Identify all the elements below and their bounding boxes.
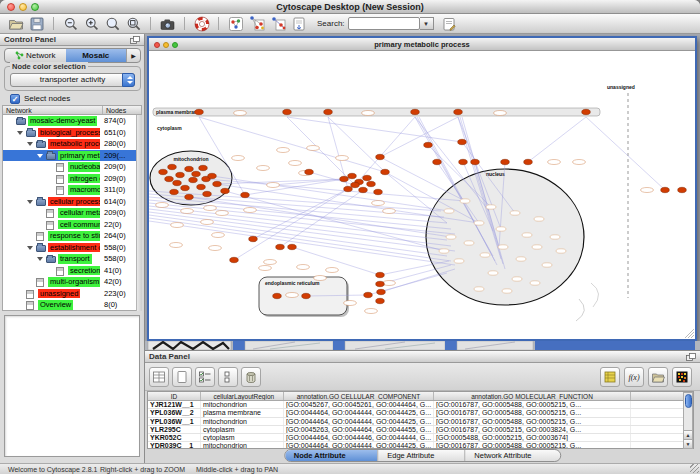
column-header[interactable]: ID <box>148 392 201 400</box>
network-node[interactable] <box>364 292 373 297</box>
search-input[interactable] <box>348 17 420 30</box>
network-node[interactable] <box>374 189 383 194</box>
tab-overflow-button[interactable]: ▶ <box>126 49 140 62</box>
network-node[interactable] <box>381 169 390 174</box>
network-node[interactable] <box>288 244 297 249</box>
network-node[interactable] <box>189 177 198 182</box>
delete-attribute-button[interactable] <box>241 367 261 387</box>
float-panel-icon[interactable] <box>130 36 140 44</box>
network-node[interactable] <box>165 176 174 181</box>
network-node[interactable] <box>181 185 190 190</box>
network-node[interactable] <box>185 166 194 171</box>
network-node[interactable] <box>344 186 353 191</box>
network-node[interactable] <box>367 181 376 186</box>
network-node[interactable] <box>203 191 212 196</box>
minimize-button[interactable] <box>19 3 27 11</box>
network-node[interactable] <box>159 169 168 174</box>
scrollbar-thumb[interactable] <box>685 394 692 408</box>
tree-row[interactable]: Overview8(0) <box>3 299 141 311</box>
network-node[interactable] <box>351 182 360 187</box>
network-node[interactable] <box>173 180 182 185</box>
canvas-resize-grip[interactable] <box>691 335 694 338</box>
search-dropdown-button[interactable]: ▼ <box>420 17 434 30</box>
network-node[interactable] <box>195 109 204 114</box>
network-node[interactable] <box>678 187 687 192</box>
network-node[interactable] <box>376 154 385 159</box>
expand-arrow-icon[interactable] <box>27 246 33 250</box>
network-node[interactable] <box>208 173 217 178</box>
network-node[interactable] <box>424 142 433 147</box>
network-node[interactable] <box>459 159 468 164</box>
tree-row[interactable]: metabolic process280(0) <box>3 138 141 150</box>
network-node[interactable] <box>302 293 311 298</box>
tree-row[interactable]: multi-organism pro42(0) <box>3 276 141 288</box>
network-node[interactable] <box>661 187 670 192</box>
table-row[interactable]: YKR052Ccytoplasm[GO:0044464, GO:0044446,… <box>148 434 693 442</box>
vizmap-nodes-button[interactable] <box>246 15 267 33</box>
network-node[interactable] <box>376 298 385 303</box>
browser-tab[interactable]: Network Attribute Browser <box>465 450 560 461</box>
network-node[interactable] <box>433 159 442 164</box>
network-node[interactable] <box>377 289 386 294</box>
network-zoom-button[interactable] <box>172 42 178 48</box>
network-canvas[interactable]: plasma membranecytoplasmmitochondrionnuc… <box>149 51 695 339</box>
network-node[interactable] <box>249 236 258 241</box>
tab-mosaic[interactable]: Mosaic <box>66 49 127 62</box>
network-node[interactable] <box>213 181 222 186</box>
tree-row[interactable]: secretion41(0) <box>3 265 141 277</box>
birdseye-view-panel[interactable] <box>4 315 140 457</box>
network-node[interactable] <box>170 189 179 194</box>
network-node[interactable] <box>185 194 194 199</box>
tree-row[interactable]: cell communicat22(0) <box>3 219 141 231</box>
browser-tab[interactable]: Node Attribute Browser <box>285 450 378 461</box>
column-header[interactable]: annotation.GO MOLECULAR_FUNCTION <box>434 392 631 400</box>
tree-col-nodes[interactable]: Nodes <box>103 106 141 114</box>
function-builder-button[interactable]: f(x) <box>624 367 644 387</box>
browser-tab[interactable]: Edge Attribute Browser <box>378 450 465 461</box>
zoom-in-button[interactable] <box>81 15 102 33</box>
open-session-button[interactable] <box>5 15 26 33</box>
attribute-table-button[interactable] <box>149 367 169 387</box>
tree-scrollbar[interactable] <box>136 115 142 311</box>
tree-row[interactable]: response to stimul264(0) <box>3 230 141 242</box>
vizmap-edges-button[interactable] <box>267 15 288 33</box>
network-node[interactable] <box>359 187 368 192</box>
network-node[interactable] <box>524 159 533 164</box>
network-node[interactable] <box>168 164 177 169</box>
expand-arrow-icon[interactable] <box>27 142 33 146</box>
tree-row[interactable]: biological_process651(0) <box>3 127 141 139</box>
zoom-window-button[interactable] <box>31 3 39 11</box>
expand-arrow-icon[interactable] <box>37 154 43 158</box>
tab-network[interactable]: Network <box>5 49 66 62</box>
annotation-editor-button[interactable] <box>439 15 460 33</box>
expand-arrow-icon[interactable] <box>27 200 33 204</box>
new-attribute-button[interactable] <box>172 367 192 387</box>
network-window-titlebar[interactable]: primary metabolic process <box>149 38 695 51</box>
canvas-resize-grip[interactable] <box>688 332 694 338</box>
network-node[interactable] <box>199 165 208 170</box>
network-node[interactable] <box>276 244 285 249</box>
network-node[interactable] <box>192 171 201 176</box>
tree-col-network[interactable]: Network <box>3 106 103 114</box>
column-header[interactable]: _cellularLayoutRegion <box>201 392 284 400</box>
network-close-button[interactable] <box>154 42 160 48</box>
network-node[interactable] <box>176 172 185 177</box>
tree-row[interactable]: nitrogen compo209(0) <box>3 173 141 185</box>
manage-networks-button[interactable] <box>225 15 246 33</box>
table-row[interactable]: YJR121W__1mitochondrion[GO:0045267, GO:0… <box>148 401 693 409</box>
network-node[interactable] <box>458 139 467 144</box>
scroll-up-button[interactable]: ▲ <box>684 430 692 439</box>
column-header[interactable] <box>631 392 685 400</box>
scroll-down-button[interactable]: ▼ <box>684 439 692 448</box>
network-node[interactable] <box>411 109 420 114</box>
attribute-editor-button[interactable] <box>600 367 620 387</box>
network-node[interactable] <box>501 159 510 164</box>
snapshot-button[interactable] <box>157 15 178 33</box>
help-button[interactable] <box>191 15 212 33</box>
zoom-fit-button[interactable] <box>102 15 123 33</box>
network-node[interactable] <box>324 109 333 114</box>
network-node[interactable] <box>230 257 239 262</box>
network-node[interactable] <box>241 192 250 197</box>
table-row[interactable]: YPL036W__1mitochondrion[GO:0044464, GO:0… <box>148 418 693 426</box>
tree-row[interactable]: cellular process614(0) <box>3 196 141 208</box>
